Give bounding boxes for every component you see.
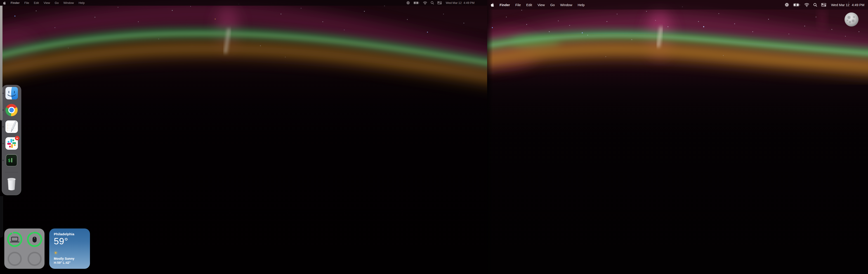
settings-gear-icon[interactable]	[406, 1, 410, 5]
menu-bar: Finder File Edit View Go Window Help	[0, 0, 487, 6]
app-menu-finder[interactable]: Finder	[11, 1, 20, 4]
notes-icon	[5, 120, 18, 133]
dock: $	[2, 85, 21, 195]
menu-window[interactable]: Window	[63, 1, 74, 4]
dock-divider	[5, 172, 18, 172]
control-center-icon[interactable]	[437, 1, 442, 4]
apple-logo-icon[interactable]	[491, 3, 494, 7]
dock-item-chrome[interactable]	[5, 104, 18, 116]
search-icon[interactable]	[813, 3, 817, 7]
offscreen-window-edge-dark	[0, 196, 3, 237]
running-indicator	[2, 160, 4, 161]
menu-help[interactable]: Help	[578, 3, 585, 7]
menu-go[interactable]: Go	[550, 3, 555, 7]
settings-gear-icon[interactable]	[784, 2, 789, 7]
aurora-wallpaper-right	[487, 0, 868, 274]
right-display: Finder File Edit View Go Window Help	[487, 0, 868, 274]
terminal-cursor	[11, 158, 12, 162]
moon	[844, 12, 859, 27]
clock-time: 4:49 PM	[464, 1, 474, 4]
left-display: Finder File Edit View Go Window Help	[0, 0, 487, 274]
menu-edit[interactable]: Edit	[34, 1, 39, 4]
wifi-icon[interactable]	[804, 3, 809, 6]
laptop-icon	[10, 237, 19, 242]
dock-item-terminal[interactable]: $	[5, 154, 18, 166]
running-indicator	[2, 109, 4, 110]
app-menu-finder[interactable]: Finder	[500, 3, 510, 7]
running-indicator	[2, 143, 4, 144]
control-center-icon[interactable]	[821, 3, 826, 6]
weather-city: Philadelphia	[54, 232, 86, 236]
menu-edit[interactable]: Edit	[526, 3, 532, 7]
weather-high-low: H:59° L:42°	[54, 261, 86, 265]
mouse-icon	[33, 237, 37, 243]
battery-widget[interactable]	[4, 228, 44, 269]
wifi-icon[interactable]	[423, 1, 427, 4]
menu-bar-clock[interactable]: Wed Mar 12 4:49 PM	[446, 1, 474, 4]
weather-temperature: 59°	[54, 236, 86, 246]
apple-logo-icon[interactable]	[3, 1, 6, 5]
weather-widget[interactable]: Philadelphia 59° Mostly Sunny H:59° L:42…	[49, 228, 90, 269]
menu-bar-clock[interactable]: Wed Mar 12 4:49 PM	[831, 3, 864, 7]
menu-view[interactable]: View	[537, 3, 545, 7]
battery-charging-icon[interactable]	[793, 3, 800, 6]
clock-date: Wed Mar 12	[831, 3, 849, 7]
running-indicator	[2, 92, 4, 94]
clock-date: Wed Mar 12	[446, 1, 462, 4]
menu-bar: Finder File Edit View Go Window Help	[487, 0, 868, 9]
terminal-prompt-glyph: $	[8, 158, 11, 163]
dock-item-notes[interactable]	[5, 120, 18, 133]
menu-go[interactable]: Go	[55, 1, 59, 4]
empty-battery-ring	[28, 252, 41, 265]
notification-badge	[15, 136, 20, 140]
menu-view[interactable]: View	[43, 1, 50, 4]
dock-item-slack[interactable]	[5, 137, 18, 150]
menu-window[interactable]: Window	[560, 3, 572, 7]
laptop-battery-ring	[7, 232, 22, 247]
sun-icon	[54, 251, 86, 256]
terminal-icon: $	[6, 154, 17, 166]
menu-help[interactable]: Help	[79, 1, 85, 4]
empty-battery-ring	[8, 252, 21, 265]
dock-item-trash[interactable]	[5, 177, 18, 191]
search-icon[interactable]	[431, 1, 434, 4]
desktop: Finder File Edit View Go Window Help	[0, 0, 868, 274]
weather-condition: Mostly Sunny	[54, 257, 86, 261]
dock-item-finder[interactable]	[5, 87, 18, 100]
finder-icon	[5, 87, 18, 100]
chrome-icon	[5, 104, 18, 116]
menu-file[interactable]: File	[515, 3, 521, 7]
clock-time: 4:49 PM	[852, 3, 864, 7]
running-indicator	[2, 126, 4, 127]
battery-charging-icon[interactable]	[413, 1, 420, 4]
menu-file[interactable]: File	[24, 1, 29, 4]
trash-icon	[5, 177, 18, 191]
